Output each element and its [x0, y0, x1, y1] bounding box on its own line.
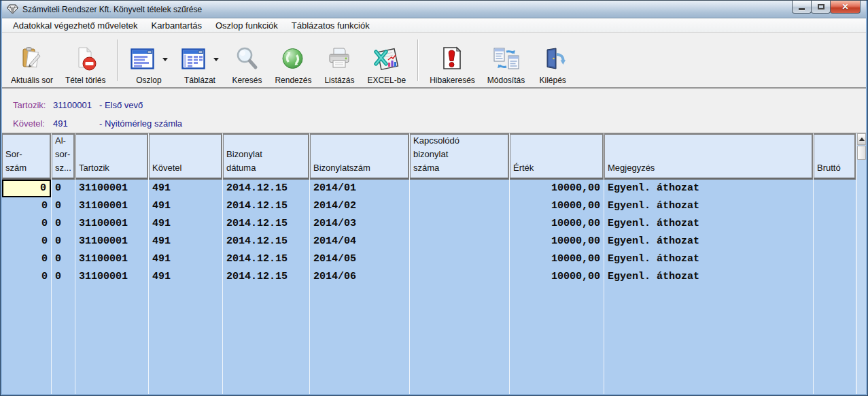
table-cell[interactable]: 2014.12.15 [223, 197, 309, 215]
tartozik-label: Tartozik: [13, 100, 53, 110]
table-cell[interactable]: 491 [149, 233, 222, 250]
table-cell[interactable] [814, 215, 856, 233]
table-cell[interactable]: 491 [149, 180, 222, 197]
title-bar[interactable]: Számviteli Rendszer Kft. Könyvelt tétele… [2, 0, 866, 18]
table-cell[interactable]: 2014.12.15 [223, 180, 309, 197]
close-button[interactable]: ✕ [830, 1, 861, 14]
table-cell[interactable]: 0 [2, 250, 51, 268]
toolbar-button-aktualis-sor[interactable]: Aktuális sor [5, 35, 59, 89]
table-cell[interactable] [410, 215, 509, 233]
table-cell[interactable] [410, 197, 509, 215]
table-cell[interactable]: 31100001 [75, 250, 148, 268]
menu-karbantartas[interactable]: Karbantartás [145, 19, 209, 32]
table-cell[interactable]: 10000,00 [510, 197, 604, 215]
table-cell[interactable]: 0 [52, 197, 75, 215]
filter-row-tartozik: Tartozik: 31100001 - Első vevő [13, 96, 866, 114]
table-cell[interactable]: 31100001 [75, 180, 148, 197]
column-header[interactable]: Bizonylatdátuma [223, 133, 309, 180]
toolbar-button-excel-be[interactable]: EXCEL-be [361, 35, 412, 89]
table-column: MegjegyzésEgyenl. áthozatEgyenl. áthozat… [604, 133, 814, 394]
table-cell[interactable]: Egyenl. áthozat [604, 268, 813, 286]
table-cell[interactable]: Egyenl. áthozat [604, 250, 813, 268]
column-header[interactable]: Sor-szám [2, 133, 51, 180]
table-cell[interactable]: 31100001 [75, 215, 148, 233]
column-header[interactable]: Tartozik [75, 133, 148, 180]
maximize-button[interactable] [811, 1, 831, 14]
toolbar-button-kilepes[interactable]: Kilépés [531, 35, 574, 89]
table-cell[interactable]: Egyenl. áthozat [604, 180, 813, 197]
table-cell[interactable] [410, 250, 509, 268]
table-cell[interactable]: 2014/06 [310, 268, 409, 286]
table-cell[interactable]: 10000,00 [510, 268, 604, 286]
column-header[interactable]: Követel [149, 133, 222, 180]
table-cell[interactable] [410, 268, 509, 286]
toolbar-button-modositas[interactable]: Módosítás [481, 35, 531, 89]
table-cell[interactable] [814, 250, 856, 268]
table-cell[interactable] [814, 180, 856, 197]
toolbar-button-oszlop[interactable]: Oszlop [123, 35, 174, 89]
table-cell[interactable]: 2014.12.15 [223, 233, 309, 250]
column-header[interactable]: Kapcsolódóbizonylatszáma [410, 133, 509, 180]
table-cell[interactable]: 0 [52, 180, 75, 197]
table-cell[interactable] [814, 233, 856, 250]
table-cell[interactable] [814, 197, 856, 215]
scrollbar-thumb[interactable] [857, 146, 866, 160]
table-cell[interactable]: 10000,00 [510, 233, 604, 250]
table-cell[interactable]: 10000,00 [510, 180, 604, 197]
table-cell[interactable]: 0 [52, 268, 75, 286]
table-cell[interactable]: Egyenl. áthozat [604, 233, 813, 250]
table-cell[interactable]: 2014/02 [310, 197, 409, 215]
table-cell[interactable]: 0 [2, 215, 51, 233]
table-cell[interactable]: 0 [2, 197, 51, 215]
menu-tablazatos-funkciok[interactable]: Táblázatos funkciók [285, 19, 377, 32]
table-cell[interactable]: 0 [52, 233, 75, 250]
column-header[interactable]: Megjegyzés [604, 133, 813, 180]
dropdown-arrow-icon[interactable] [213, 58, 219, 61]
table-cell[interactable]: Egyenl. áthozat [604, 197, 813, 215]
column-header[interactable]: Al-sor-sz... [52, 133, 75, 180]
toolbar-button-tetel-torles[interactable]: Tétel törlés [59, 35, 111, 89]
table-cell[interactable] [410, 180, 509, 197]
minimize-button[interactable] [792, 1, 812, 14]
table-cell[interactable]: 0 [52, 215, 75, 233]
table-cell[interactable]: 491 [149, 268, 222, 286]
table-cell[interactable]: 491 [149, 215, 222, 233]
modify-sync-icon [493, 46, 520, 73]
table-cell[interactable]: 2014.12.15 [223, 215, 309, 233]
table-cell[interactable]: 0 [2, 180, 51, 197]
column-header[interactable]: Bizonylatszám [310, 133, 409, 180]
toolbar-button-hibakereses[interactable]: Hibakeresés [423, 35, 481, 89]
column-header[interactable]: Érték [510, 133, 604, 180]
table-cell[interactable] [814, 268, 856, 286]
table-cell[interactable]: 2014/04 [310, 233, 409, 250]
menu-adatokkal[interactable]: Adatokkal végezhető műveletek [6, 19, 145, 32]
toolbar-button-label: Oszlop [136, 76, 161, 85]
toolbar-button-listazas[interactable]: Listázás [317, 35, 361, 89]
vertical-scrollbar[interactable] [856, 133, 866, 394]
dropdown-arrow-icon[interactable] [162, 58, 168, 61]
column-header[interactable]: Bruttó [814, 133, 856, 180]
table-cell[interactable]: 0 [52, 250, 75, 268]
table-column: Érték10000,0010000,0010000,0010000,00100… [510, 133, 604, 394]
table-cell[interactable]: 2014.12.15 [223, 268, 309, 286]
table-cell[interactable] [410, 233, 509, 250]
menu-oszlop-funkciok[interactable]: Oszlop funkciók [209, 19, 285, 32]
table-cell[interactable]: 2014/03 [310, 215, 409, 233]
scroll-up-button[interactable] [857, 133, 866, 145]
table-cell[interactable]: 0 [2, 233, 51, 250]
table-cell[interactable]: 0 [2, 268, 51, 286]
table-cell[interactable]: 31100001 [75, 233, 148, 250]
table-cell[interactable]: 31100001 [75, 197, 148, 215]
table-cell[interactable]: 31100001 [75, 268, 148, 286]
table-cell[interactable]: 2014.12.15 [223, 250, 309, 268]
toolbar-button-kereses[interactable]: Keresés [225, 35, 268, 89]
table-cell[interactable]: 491 [149, 197, 222, 215]
table-cell[interactable]: 2014/01 [310, 180, 409, 197]
toolbar-button-tablazat[interactable]: Táblázat [174, 35, 225, 89]
table-cell[interactable]: 2014/05 [310, 250, 409, 268]
table-cell[interactable]: Egyenl. áthozat [604, 215, 813, 233]
table-cell[interactable]: 10000,00 [510, 250, 604, 268]
table-cell[interactable]: 10000,00 [510, 215, 604, 233]
table-cell[interactable]: 491 [149, 250, 222, 268]
toolbar-button-rendezes[interactable]: Rendezés [268, 35, 317, 89]
